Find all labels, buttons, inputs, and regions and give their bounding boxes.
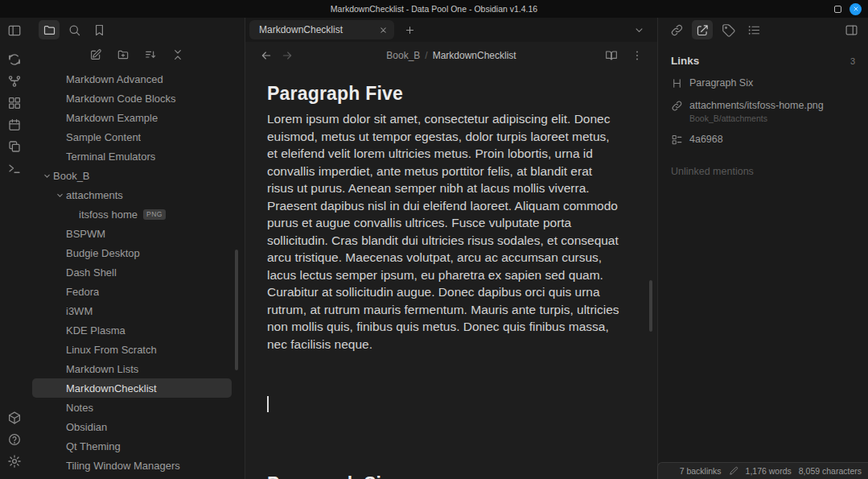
left-sidebar-toggle-button[interactable] (4, 20, 25, 41)
settings-button[interactable] (4, 451, 25, 472)
tree-item-label: KDE Plasma (66, 324, 125, 337)
new-folder-button[interactable] (113, 45, 134, 64)
sidebar-scrollbar[interactable] (235, 250, 238, 370)
tree-file[interactable]: Markdown Lists (32, 359, 232, 378)
close-icon (379, 26, 388, 35)
tree-file[interactable]: Fedora (32, 282, 232, 301)
sync-button[interactable] (4, 49, 25, 70)
tree-item-label: Markdown Example (66, 112, 158, 124)
tree-file[interactable]: Terminal Emulators (32, 147, 232, 166)
close-button[interactable] (849, 3, 862, 15)
outgoing-links-view: Links 3 Paragraph Sixattachments/itsfoss… (658, 42, 868, 479)
breadcrumb-file[interactable]: MarkdownChecklist (433, 50, 516, 61)
backlinks-tab[interactable] (666, 20, 687, 39)
insert-template-button[interactable] (4, 136, 25, 157)
tree-file[interactable]: Markdown Advanced (32, 69, 232, 89)
tree-file[interactable]: KDE Plasma (32, 320, 232, 340)
command-palette-button[interactable] (4, 158, 25, 179)
daily-note-button[interactable] (4, 114, 25, 135)
tree-file[interactable]: Sample Content (32, 127, 232, 147)
tree-file[interactable]: Qt Theming (32, 436, 232, 456)
editor-scrollbar[interactable] (649, 280, 652, 332)
settings-icon (7, 454, 22, 469)
sort-order-button[interactable] (140, 45, 161, 64)
link-icon (671, 100, 683, 112)
graph-view-button[interactable] (4, 71, 25, 92)
folder-icon (43, 23, 56, 37)
tree-file[interactable]: MarkdownChecklist (32, 378, 232, 398)
word-count: 1,176 words (746, 466, 792, 476)
outline-tab[interactable] (743, 20, 764, 39)
window-title: MarkdownChecklist - Data Pool One - Obsi… (331, 4, 537, 14)
tree-item-label: MarkdownChecklist (66, 382, 157, 394)
tree-file[interactable]: BSPWM (32, 224, 232, 243)
pencil-icon (729, 466, 738, 476)
character-count: 8,059 characters (799, 466, 862, 476)
edit-mode-icon[interactable] (729, 466, 738, 476)
tree-item-label: Qt Theming (66, 440, 121, 452)
canvas-icon (7, 96, 22, 110)
text-cursor (267, 396, 269, 412)
search-tab[interactable] (64, 20, 84, 39)
tree-file[interactable]: itsfoss homePNG (32, 204, 232, 224)
sidebar-tabs (29, 18, 245, 42)
tree-file[interactable]: i3WM (32, 301, 232, 320)
unlinked-mentions-header[interactable]: Unlinked mentions (671, 166, 855, 177)
tab-list-button[interactable] (630, 21, 648, 39)
blocks-icon (671, 134, 683, 146)
tab-markdownchecklist[interactable]: MarkdownChecklist (249, 20, 394, 39)
paragraph-five-body: Lorem ipsum dolor sit amet, consectetur … (267, 110, 622, 353)
window-controls (834, 0, 862, 18)
view-header: Book_B/MarkdownChecklist (245, 42, 657, 69)
outgoing-links-tab[interactable] (692, 20, 713, 39)
new-folder-icon (117, 48, 130, 61)
tree-file[interactable]: Markdown Code Blocks (32, 89, 232, 108)
list-icon (747, 23, 761, 37)
tree-folder[interactable]: Book_B (32, 166, 232, 185)
tree-file[interactable]: Linux From Scratch (32, 340, 232, 359)
graph-icon (7, 74, 22, 89)
tree-file[interactable]: Markdown Example (32, 108, 232, 127)
templates-icon (7, 139, 22, 154)
tree-file[interactable]: Dash Shell (32, 262, 232, 282)
tree-item-label: Obsidian (66, 421, 107, 433)
tree-item-label: Budgie Desktop (66, 247, 140, 259)
new-note-button[interactable] (85, 45, 106, 64)
vault-switcher-button[interactable] (4, 407, 25, 428)
tree-item-label: Linux From Scratch (66, 344, 157, 356)
breadcrumb-separator: / (425, 50, 427, 61)
outgoing-link-item[interactable]: Paragraph Six (671, 77, 855, 89)
files-tab[interactable] (39, 20, 60, 39)
sort-icon (144, 48, 157, 61)
help-button[interactable] (4, 429, 25, 450)
maximize-button[interactable] (834, 6, 841, 13)
bookmarks-tab[interactable] (88, 20, 109, 39)
tree-item-label: BSPWM (66, 228, 105, 240)
tree-file[interactable]: Obsidian (32, 417, 232, 436)
new-tab-button[interactable] (400, 20, 419, 39)
collapse-chevron-icon[interactable] (55, 190, 65, 200)
outgoing-link-item[interactable]: 4a6968 (671, 134, 855, 146)
right-sidebar-toggle-button[interactable] (841, 20, 862, 39)
note-editor[interactable]: Paragraph Five Lorem ipsum dolor sit ame… (245, 69, 657, 479)
collapse-all-button[interactable] (167, 45, 188, 64)
tree-file[interactable]: Budgie Desktop (32, 243, 232, 262)
new-canvas-button[interactable] (4, 93, 25, 114)
outgoing-link-item[interactable]: attachments/itsfoss-home.pngBook_B/attac… (671, 100, 855, 123)
file-type-badge: PNG (143, 209, 166, 220)
collapse-all-icon (171, 48, 184, 61)
tags-tab[interactable] (718, 20, 738, 39)
breadcrumb-folder[interactable]: Book_B (386, 50, 420, 61)
vault-icon (7, 411, 22, 425)
tree-item-label: itsfoss home (79, 209, 138, 221)
calendar-icon (7, 118, 22, 132)
backlink-count[interactable]: 7 backlinks (680, 466, 722, 476)
tab-close-button[interactable] (376, 23, 389, 36)
heading-paragraph-six: Paragraph Six (267, 473, 622, 479)
tree-file[interactable]: Notes (32, 398, 232, 417)
link-item-path: Book_B/attachments (689, 114, 824, 123)
tree-folder[interactable]: attachments (32, 185, 232, 204)
collapse-chevron-icon[interactable] (42, 171, 52, 181)
tree-file[interactable]: Tiling Window Managers (32, 456, 232, 475)
links-list: Paragraph Sixattachments/itsfoss-home.pn… (671, 77, 855, 146)
